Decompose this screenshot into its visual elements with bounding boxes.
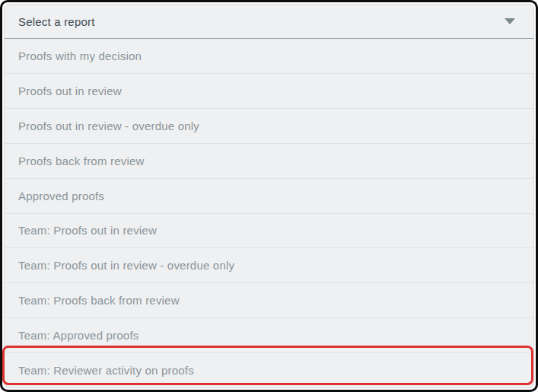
dropdown-selected-label: Select a report	[18, 15, 95, 28]
list-item-label: Team: Proofs out in review	[18, 224, 157, 237]
list-item-label: Approved proofs	[18, 190, 104, 202]
list-item-report[interactable]: Proofs out in review - overdue only	[5, 108, 533, 143]
list-item-label: Proofs out in review	[18, 84, 122, 97]
list-item-report[interactable]: Team: Proofs out in review	[5, 213, 533, 248]
list-item-label: Proofs out in review - overdue only	[18, 120, 199, 132]
list-item-label: Proofs back from review	[18, 155, 144, 167]
list-item-report[interactable]: Team: Proofs out in review - overdue onl…	[5, 247, 533, 282]
report-dropdown: Select a report Proofs with my decisionP…	[4, 4, 534, 388]
list-item-report[interactable]: Team: Proofs back from review	[5, 282, 533, 317]
list-item-label: Team: Proofs out in review - overdue onl…	[18, 259, 234, 272]
list-item-report[interactable]: Proofs with my decision	[5, 39, 533, 73]
list-item-report[interactable]: Proofs back from review	[5, 143, 533, 178]
list-item-report[interactable]: Team: Reviewer activity on proofs	[5, 352, 533, 387]
dropdown-header[interactable]: Select a report	[5, 5, 533, 39]
chevron-down-icon	[505, 18, 515, 24]
list-item-report[interactable]: Proofs out in review	[5, 73, 533, 108]
screenshot-frame: Select a report Proofs with my decisionP…	[0, 0, 538, 392]
list-item-label: Team: Proofs back from review	[18, 294, 180, 307]
list-item-report[interactable]: Approved proofs	[5, 178, 533, 213]
list-item-label: Team: Approved proofs	[18, 329, 138, 342]
report-list: Proofs with my decisionProofs out in rev…	[5, 39, 533, 387]
list-item-label: Proofs with my decision	[18, 49, 142, 62]
list-item-report[interactable]: Team: Approved proofs	[5, 317, 533, 352]
list-item-label: Team: Reviewer activity on proofs	[18, 364, 194, 377]
